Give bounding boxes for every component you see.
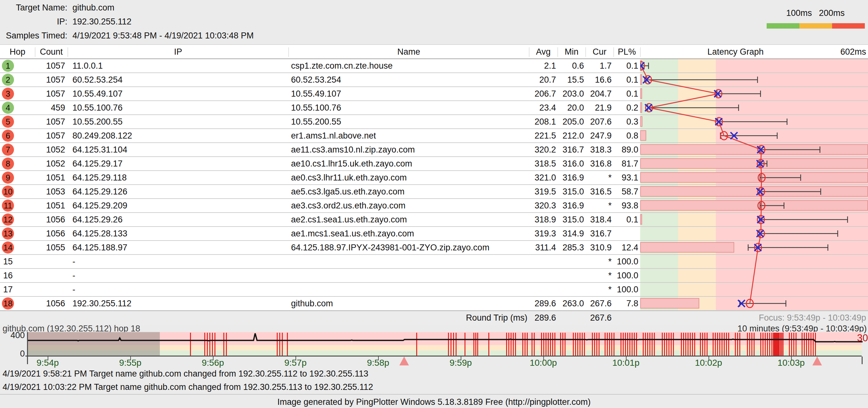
- ip-cell: 64.125.31.104: [72, 143, 285, 156]
- latency-graph-cell: [640, 73, 868, 87]
- ip-value: 192.30.255.112: [72, 16, 131, 27]
- credit-line: Image generated by PingPlotter Windows 5…: [0, 396, 868, 408]
- packet-loss-bar: [640, 116, 643, 127]
- column-header-hop[interactable]: Hop: [0, 45, 35, 59]
- column-header-ip[interactable]: IP: [68, 45, 288, 59]
- ip-cell: 10.55.100.76: [72, 101, 285, 115]
- axis-time-label: 9:56p: [187, 358, 238, 368]
- cur-cell: 16.6: [586, 73, 612, 87]
- latency-graph-cell: [640, 283, 868, 296]
- table-row[interactable]: 1105711.0.0.1csp1.zte.com.cn.zte.house2.…: [0, 59, 868, 73]
- hop-number-badge: 13: [2, 227, 14, 240]
- table-row[interactable]: 6105780.249.208.122er1.ams1.nl.above.net…: [0, 129, 868, 143]
- timeline-plot[interactable]: [27, 332, 862, 355]
- footer-divider: [0, 394, 868, 395]
- table-row[interactable]: 10105364.125.29.126ae5.cs3.lga5.us.eth.z…: [0, 185, 868, 199]
- pl-cell: 89.0: [614, 143, 638, 156]
- ip-label: IP:: [0, 16, 67, 27]
- count-cell: 459: [35, 101, 65, 115]
- focus-range-label[interactable]: Focus: 9:53:49p - 10:03:49p: [699, 311, 866, 325]
- min-cell: [558, 269, 584, 282]
- round-trip-cur: 267.6: [586, 311, 612, 325]
- table-row[interactable]: 16-*100.0: [0, 269, 868, 283]
- ip-cell: 80.249.208.122: [72, 129, 285, 143]
- avg-cell: [529, 283, 556, 296]
- latency-graph-cell: [640, 227, 868, 240]
- count-cell: 1056: [35, 297, 65, 310]
- table-row[interactable]: 7105264.125.31.104ae11.cs3.ams10.nl.zip.…: [0, 143, 868, 157]
- cur-cell: 316.5: [586, 185, 612, 198]
- table-row[interactable]: 12105664.125.29.26ae2.cs1.sea1.us.eth.za…: [0, 213, 868, 227]
- count-cell: 1056: [35, 213, 65, 226]
- avg-cell: 321.0: [529, 171, 556, 184]
- table-row[interactable]: 181056192.30.255.112github.com289.6263.0…: [0, 297, 868, 311]
- table-row[interactable]: 11105164.125.29.209ae3.cs3.ord2.us.eth.z…: [0, 199, 868, 213]
- cur-cell: *: [586, 283, 612, 296]
- table-row[interactable]: 3105710.55.49.10710.55.49.107206.7203.02…: [0, 87, 868, 101]
- count-cell: [35, 283, 65, 296]
- latency-graph-cell: [640, 185, 868, 198]
- name-cell: github.com: [291, 297, 528, 310]
- hop-number-badge: 7: [2, 144, 14, 156]
- table-row[interactable]: 8105264.125.29.17ae10.cs1.lhr15.uk.eth.z…: [0, 157, 868, 171]
- cur-cell: 21.9: [586, 101, 612, 115]
- samples-timed-label: Samples Timed:: [0, 30, 67, 41]
- table-row[interactable]: 5105710.55.200.5510.55.200.55208.1205.02…: [0, 115, 868, 129]
- avg-cell: 319.3: [529, 227, 556, 240]
- axis-time-label: 10:02p: [683, 358, 734, 368]
- name-cell: 10.55.100.76: [291, 101, 528, 115]
- cur-cell: *: [586, 255, 612, 268]
- min-cell: 212.0: [558, 129, 584, 143]
- column-header-count[interactable]: Count: [35, 45, 68, 59]
- column-header-avg[interactable]: Avg: [529, 45, 558, 59]
- round-trip-row: Round Trip (ms) 289.6 267.6 Focus: 9:53:…: [0, 311, 868, 325]
- table-row[interactable]: 13105664.125.28.133ae1.mcs1.sea1.us.eth.…: [0, 227, 868, 241]
- table-header: Hop Count IP Name Avg Min Cur PL% Latenc…: [0, 44, 868, 59]
- avg-cell: 289.6: [529, 297, 556, 310]
- pl-cell: 93.8: [614, 199, 638, 212]
- latency-graph-cell: [640, 157, 868, 170]
- avg-cell: 2.1: [529, 59, 556, 72]
- count-cell: 1051: [35, 171, 65, 184]
- table-row[interactable]: 2105760.52.53.25460.52.53.25420.715.516.…: [0, 73, 868, 87]
- legend-100ms-label: 100ms: [780, 8, 818, 18]
- axis-time-label: 9:59p: [435, 358, 486, 368]
- column-header-latency-graph[interactable]: Latency Graph: [640, 45, 831, 59]
- axis-time-label: 9:58p: [353, 358, 403, 368]
- avg-cell: [529, 269, 556, 282]
- table-row[interactable]: 445910.55.100.7610.55.100.7623.420.021.9…: [0, 101, 868, 115]
- axis-time-label: 10:00p: [518, 358, 569, 368]
- pl-cell: 93.1: [614, 171, 638, 184]
- ip-cell: 192.30.255.112: [72, 297, 285, 310]
- hop-number-badge: 4: [2, 102, 14, 114]
- name-cell: ae11.cs3.ams10.nl.zip.zayo.com: [291, 143, 528, 156]
- hop-number-badge: 12: [2, 214, 14, 226]
- table-row[interactable]: 17-*100.0: [0, 283, 868, 297]
- hop-number-badge: 6: [2, 130, 14, 142]
- timeline-ylabel-400: 400: [0, 331, 25, 340]
- event-marker-triangle[interactable]: [812, 356, 822, 366]
- latency-graph-cell: [640, 143, 868, 156]
- latency-graph-cell: [640, 241, 868, 254]
- column-header-min[interactable]: Min: [558, 45, 586, 59]
- min-cell: 0.6: [558, 59, 584, 72]
- hop-number-badge: 2: [2, 74, 14, 86]
- header-divider: [558, 48, 558, 57]
- event-marker-triangle[interactable]: [399, 356, 409, 366]
- table-row[interactable]: 9105164.125.29.118ae0.cs3.lhr11.uk.eth.z…: [0, 171, 868, 185]
- latency-graph-cell: [640, 297, 868, 310]
- cur-cell: 318.3: [586, 143, 612, 156]
- count-cell: [35, 255, 65, 268]
- axis-time-label: 9:55p: [105, 358, 156, 368]
- min-cell: 203.0: [558, 87, 584, 100]
- table-row[interactable]: 15-*100.0: [0, 255, 868, 269]
- legend-orange-segment: [799, 23, 832, 29]
- pl-cell: 100.0: [614, 283, 638, 296]
- column-header-name[interactable]: Name: [288, 45, 529, 59]
- cur-cell: *: [586, 171, 612, 184]
- column-header-cur[interactable]: Cur: [586, 45, 614, 59]
- avg-cell: [529, 255, 556, 268]
- column-header-pl[interactable]: PL%: [614, 45, 640, 59]
- table-row[interactable]: 14105564.125.188.9764.125.188.97.IPYX-24…: [0, 241, 868, 255]
- header-divider: [68, 48, 68, 57]
